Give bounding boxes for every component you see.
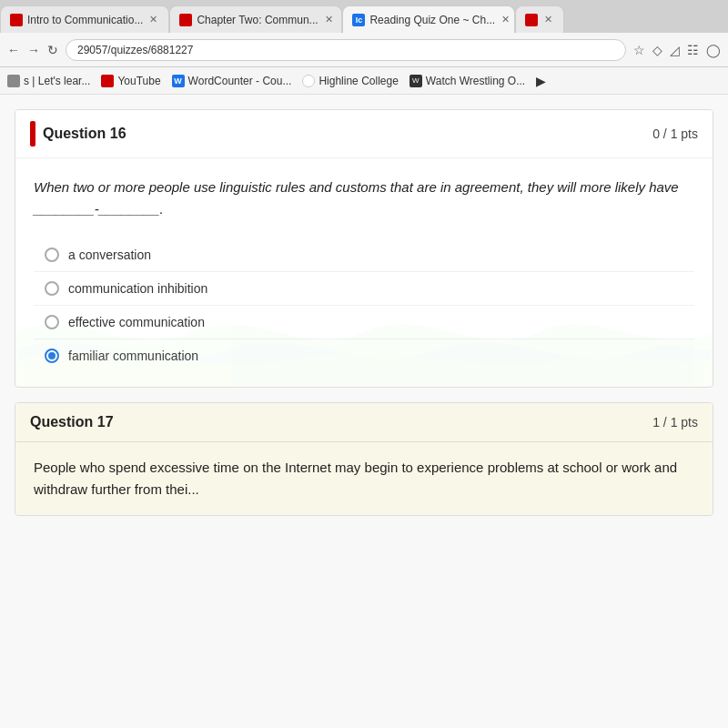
browser-chrome: Intro to Communicatio... ✕ Chapter Two: … xyxy=(0,0,728,95)
star-icon[interactable]: ☆ xyxy=(633,43,645,57)
bookmark-label-5: Watch Wrestling O... xyxy=(426,75,525,87)
tab-close-3[interactable]: ✕ xyxy=(500,14,511,25)
bookmark-more[interactable]: ▶ xyxy=(536,74,546,88)
question-16-header-left: Question 16 xyxy=(30,121,126,147)
option-16-3-label: effective communication xyxy=(68,315,205,329)
bookmark-label-2: YouTube xyxy=(117,75,160,87)
question-16-header: Question 16 0 / 1 pts xyxy=(15,110,713,158)
tab-label-2: Chapter Two: Commun... xyxy=(197,14,318,26)
question-16-indicator xyxy=(30,121,35,147)
question-16-text: When two or more people use linguistic r… xyxy=(34,177,694,220)
question-17-points: 1 / 1 pts xyxy=(652,415,698,430)
bookmark-lets-learn[interactable]: s | Let's lear... xyxy=(7,75,90,87)
diamond-icon[interactable]: ◇ xyxy=(652,43,662,57)
grid-icon[interactable]: ☷ xyxy=(687,43,699,57)
question-17-text: People who spend excessive time on the I… xyxy=(34,457,694,500)
shield-icon[interactable]: ◿ xyxy=(670,43,680,57)
browser-actions: ☆ ◇ ◿ ☷ ◯ xyxy=(633,43,721,57)
tab-bar: Intro to Communicatio... ✕ Chapter Two: … xyxy=(0,0,728,33)
tab-icon-2 xyxy=(179,14,192,26)
bookmark-youtube[interactable]: YouTube xyxy=(101,75,160,87)
tab-close-4[interactable]: ✕ xyxy=(542,14,554,25)
question-16-block: Question 16 0 / 1 pts When two or more p… xyxy=(15,109,713,388)
question-17-header: Question 17 1 / 1 pts xyxy=(15,403,713,442)
tab-icon-3: Ic xyxy=(352,14,365,26)
bookmark-wrestling[interactable]: W Watch Wrestling O... xyxy=(410,75,525,87)
option-16-1[interactable]: a conversation xyxy=(34,238,694,272)
question-16-points: 0 / 1 pts xyxy=(652,126,698,141)
option-16-1-label: a conversation xyxy=(68,248,151,262)
bookmark-icon-2 xyxy=(101,75,114,87)
bookmark-wordcounter[interactable]: W WordCounter - Cou... xyxy=(172,75,292,87)
question-16-body-wrapper: When two or more people use linguistic r… xyxy=(15,158,713,387)
tab-icon-1 xyxy=(10,14,23,26)
option-16-2[interactable]: communication inhibition xyxy=(34,272,694,306)
bookmark-icon-4 xyxy=(302,75,315,87)
page-content: Question 16 0 / 1 pts When two or more p… xyxy=(0,95,728,728)
question-16-title: Question 16 xyxy=(43,126,126,142)
question-17-block: Question 17 1 / 1 pts People who spend e… xyxy=(15,402,713,516)
forward-icon[interactable]: → xyxy=(27,43,40,57)
profile-icon[interactable]: ◯ xyxy=(706,43,721,57)
tab-label-1: Intro to Communicatio... xyxy=(27,14,143,26)
tab-label-3: Reading Quiz One ~ Ch... xyxy=(369,14,495,26)
tab-intro[interactable]: Intro to Communicatio... ✕ xyxy=(0,5,169,33)
option-16-4[interactable]: familiar communication xyxy=(34,339,694,372)
question-16-options: a conversation communication inhibition … xyxy=(34,238,694,372)
bookmark-icon-3: W xyxy=(172,75,185,87)
tab-extra[interactable]: ✕ xyxy=(515,5,564,33)
question-17-title: Question 17 xyxy=(30,414,114,430)
bookmarks-bar: s | Let's lear... YouTube W WordCounter … xyxy=(0,67,728,95)
refresh-icon[interactable]: ↻ xyxy=(47,43,58,57)
tab-close-2[interactable]: ✕ xyxy=(323,14,335,25)
tab-quiz[interactable]: Ic Reading Quiz One ~ Ch... ✕ xyxy=(342,5,515,33)
option-16-4-label: familiar communication xyxy=(68,349,198,363)
tab-chapter[interactable]: Chapter Two: Commun... ✕ xyxy=(169,5,342,33)
radio-16-3[interactable] xyxy=(45,315,59,329)
option-16-3[interactable]: effective communication xyxy=(34,306,694,339)
tab-icon-4 xyxy=(525,14,538,26)
radio-16-2[interactable] xyxy=(45,281,59,296)
bookmark-label-4: Highline College xyxy=(318,75,398,87)
bookmark-label-1: s | Let's lear... xyxy=(24,75,90,87)
question-17-body: People who spend excessive time on the I… xyxy=(15,442,713,515)
bookmark-more-icon: ▶ xyxy=(536,74,546,88)
radio-16-4-fill xyxy=(48,352,56,359)
question-16-body: When two or more people use linguistic r… xyxy=(15,158,713,387)
bookmark-icon-5: W xyxy=(410,75,422,87)
address-bar[interactable]: 29057/quizzes/6881227 xyxy=(66,39,626,61)
bookmark-icon-1 xyxy=(7,75,20,87)
radio-16-1[interactable] xyxy=(45,248,59,262)
address-bar-row: ← → ↻ 29057/quizzes/6881227 ☆ ◇ ◿ ☷ ◯ xyxy=(0,33,728,67)
radio-16-4[interactable] xyxy=(45,349,59,363)
option-16-2-label: communication inhibition xyxy=(68,281,207,296)
nav-controls: ← → ↻ xyxy=(7,43,58,57)
bookmark-label-3: WordCounter - Cou... xyxy=(188,75,292,87)
tab-close-1[interactable]: ✕ xyxy=(147,14,159,25)
back-icon[interactable]: ← xyxy=(7,43,20,57)
address-text: 29057/quizzes/6881227 xyxy=(77,44,193,56)
bookmark-highline[interactable]: Highline College xyxy=(302,75,398,87)
